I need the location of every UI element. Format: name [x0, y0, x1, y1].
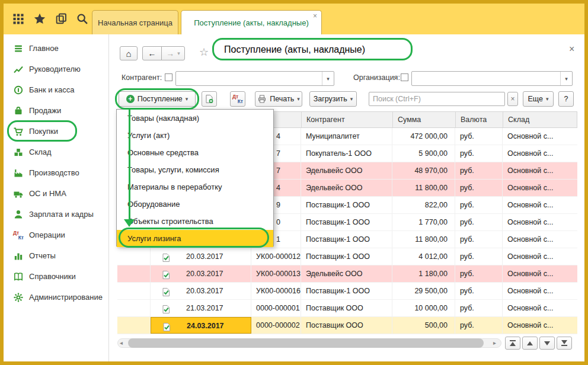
sidebar-item-reports[interactable]: Отчеты	[4, 245, 108, 266]
organization-filter-checkbox[interactable]	[401, 73, 408, 81]
home-button[interactable]: ⌂	[120, 46, 138, 60]
table-row[interactable]: 21.03.2017 0000-000001 Поставщик ООО 10 …	[117, 300, 577, 317]
help-button[interactable]: ?	[558, 91, 574, 107]
counterparty-filter-combo[interactable]: ▾	[175, 71, 334, 86]
menu-item-construction-objects[interactable]: Объекты строительства	[117, 213, 273, 230]
menu-item-services-act[interactable]: Услуги (акт)	[117, 127, 273, 144]
sidebar-item-main[interactable]: Главное	[4, 38, 108, 59]
header-cell-warehouse[interactable]: Склад	[503, 112, 578, 127]
cell-currency: руб.	[455, 248, 503, 265]
sidebar-item-purchases[interactable]: Покупки	[4, 121, 108, 142]
app-window: Начальная страница Поступление (акты, на…	[0, 0, 588, 365]
help-button-label: ?	[564, 95, 568, 103]
sidebar-item-operations[interactable]: ДтКт Операции	[4, 225, 108, 245]
tab-home[interactable]: Начальная страница	[92, 10, 178, 34]
close-form-icon[interactable]: ×	[569, 44, 574, 54]
cell-currency: руб.	[455, 145, 503, 162]
printer-icon	[257, 94, 267, 104]
cell-date: 24.03.2017	[151, 317, 251, 334]
organization-filter-input[interactable]	[413, 72, 559, 85]
sidebar-item-production[interactable]: Производство	[4, 162, 108, 183]
header-cell-currency[interactable]: Валюта	[456, 112, 503, 127]
move-up-button[interactable]	[522, 337, 538, 350]
cell-counterparty: Поставщик-1 ООО	[301, 248, 392, 265]
receipt-button[interactable]: + Поступление ▾	[119, 91, 196, 107]
sidebar-item-label: Склад	[29, 148, 52, 156]
clear-icon: ×	[510, 95, 514, 103]
cell-currency: руб.	[455, 162, 503, 179]
document-icon	[161, 269, 171, 278]
table-row-selected[interactable]: 24.03.2017 0000-000002 Поставщик ООО 500…	[117, 317, 577, 334]
table-row[interactable]: 20.03.2017 УК00-000016 Поставщик-1 ООО 2…	[117, 283, 577, 300]
counterparty-filter-input[interactable]	[177, 72, 321, 85]
sidebar-item-label: Главное	[29, 44, 59, 53]
menu-item-goods-invoice[interactable]: Товары (накладная)	[117, 110, 273, 127]
menu-item-leasing-services[interactable]: Услуги лизинга	[117, 230, 273, 247]
organization-combo-arrow-icon[interactable]: ▾	[560, 72, 572, 85]
forward-button[interactable]: → ▾	[161, 46, 185, 60]
sidebar-item-bank-cash[interactable]: Банк и касса	[4, 79, 108, 100]
scroll-right-icon[interactable]: ▸	[493, 338, 496, 348]
back-icon: ←	[148, 49, 156, 58]
horizontal-scrollbar-thumb[interactable]	[128, 338, 484, 348]
go-to-top-button[interactable]	[505, 337, 520, 350]
operations-dtkt-icon: ДтКт	[13, 230, 24, 241]
sidebar-item-payroll-hr[interactable]: Зарплата и кадры	[4, 204, 108, 225]
cell-counterparty: Эдельвейс ООО	[301, 162, 392, 179]
counterparty-filter-checkbox[interactable]	[165, 73, 172, 81]
sidebar-item-fixed-assets[interactable]: ОС и НМА	[4, 183, 108, 204]
table-row[interactable]: 20.03.2017 УК00-000012 Поставщик-1 ООО 4…	[117, 248, 577, 265]
cell-sum: 1 770,00	[392, 214, 455, 230]
receipt-type-menu: Товары (накладная) Услуги (акт) Основные…	[116, 109, 274, 246]
reports-chart-icon	[13, 251, 24, 261]
print-button[interactable]: Печать ▾	[255, 91, 302, 107]
cell-sum: 11 800,00	[392, 180, 455, 196]
document-icon	[162, 321, 171, 331]
organization-filter-combo[interactable]: ▾	[411, 71, 573, 86]
apps-menu-icon[interactable]	[12, 12, 25, 25]
purchases-cart-icon	[13, 126, 24, 137]
header-cell-counterparty[interactable]: Контрагент	[302, 112, 393, 127]
more-button-label: Еще	[528, 95, 543, 103]
cell-blank	[117, 283, 151, 299]
load-button[interactable]: Загрузить ▾	[309, 91, 357, 107]
copy-document-button[interactable]	[202, 91, 217, 107]
cell-sum: 822,00	[392, 197, 455, 213]
menu-item-fixed-assets[interactable]: Основные средства	[117, 144, 273, 161]
sidebar-item-directories[interactable]: Справочники	[4, 266, 108, 287]
menu-item-goods-services-commission[interactable]: Товары, услуги, комиссия	[117, 161, 273, 178]
header-cell-sum[interactable]: Сумма	[393, 112, 456, 127]
cell-currency: руб.	[455, 214, 503, 230]
tab-receipts[interactable]: Поступление (акты, накладные) ×	[181, 10, 322, 34]
counterparty-combo-arrow-icon[interactable]: ▾	[322, 72, 334, 85]
caret-down-icon: ▾	[350, 96, 353, 102]
table-row[interactable]: 20.03.2017 УК00-000013 Эдельвейс ООО 1 1…	[117, 265, 577, 283]
history-icon[interactable]	[55, 12, 68, 25]
sidebar-item-label: Продажи	[29, 106, 61, 115]
scroll-left-icon[interactable]: ◂	[120, 338, 123, 348]
sidebar-item-manager[interactable]: Руководителю	[4, 59, 108, 79]
caret-down-icon: ▾	[297, 96, 300, 102]
tab-close-icon[interactable]: ×	[313, 12, 317, 20]
clear-search-button[interactable]: ×	[507, 92, 518, 106]
sidebar-item-administration[interactable]: Администрирование	[4, 287, 108, 308]
dtkt-postings-button[interactable]: ДтКт	[230, 91, 245, 107]
more-button[interactable]: Еще ▾	[523, 91, 554, 107]
move-down-button[interactable]	[539, 337, 555, 350]
top-bar-icon	[510, 340, 516, 341]
caret-down-icon: ▾	[186, 96, 188, 102]
sidebar-item-warehouse[interactable]: Склад	[4, 142, 108, 162]
sidebar-item-sales[interactable]: Продажи	[4, 100, 108, 121]
warehouse-boxes-icon	[13, 147, 24, 158]
search-icon[interactable]	[76, 12, 89, 25]
cell-currency: руб.	[455, 283, 503, 299]
dtkt-icon: ДтКт	[232, 94, 243, 104]
go-to-bottom-button[interactable]	[557, 337, 572, 350]
new-document-icon	[204, 94, 214, 104]
favorites-star-icon[interactable]	[33, 12, 46, 25]
search-input[interactable]	[369, 92, 505, 106]
menu-item-equipment[interactable]: Оборудование	[117, 196, 273, 213]
menu-item-materials-processing[interactable]: Материалы в переработку	[117, 178, 273, 196]
favorite-toggle-icon[interactable]: ☆	[199, 46, 209, 59]
back-button[interactable]: ←	[142, 46, 162, 60]
